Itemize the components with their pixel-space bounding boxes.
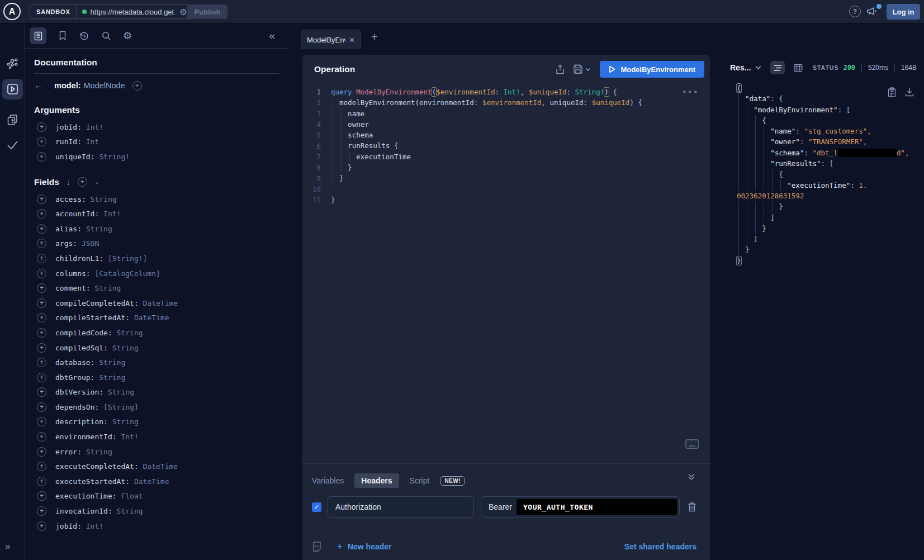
add-field-button[interactable]: +: [37, 343, 46, 353]
history-icon[interactable]: [79, 31, 89, 41]
add-argument-button[interactable]: +: [37, 152, 46, 162]
response-dropdown-label[interactable]: Res...: [730, 63, 751, 72]
run-operation-button[interactable]: ModelByEnvironment: [600, 61, 704, 78]
keyboard-shortcuts-icon[interactable]: [685, 439, 699, 449]
response-dropdown-chevron-icon[interactable]: [755, 65, 761, 70]
table-view-icon[interactable]: [794, 64, 803, 72]
sidebar-item-checks[interactable]: [6, 139, 19, 151]
new-tab-button[interactable]: +: [371, 31, 378, 44]
chevron-down-icon[interactable]: ⌄: [94, 178, 99, 186]
add-field-button[interactable]: +: [37, 417, 46, 426]
field-signature[interactable]: accountId: Int!: [55, 210, 121, 218]
add-field-button[interactable]: +: [37, 432, 46, 442]
add-field-button[interactable]: +: [37, 298, 46, 308]
add-all-fields-button[interactable]: +: [78, 177, 87, 187]
delete-header-icon[interactable]: [688, 502, 696, 512]
add-field-button[interactable]: +: [37, 402, 46, 412]
add-field-button[interactable]: +: [37, 269, 46, 278]
response-json[interactable]: { "data": { "modelByEnvironment": [ { "n…: [720, 83, 924, 266]
help-icon[interactable]: ?: [849, 6, 861, 17]
add-argument-button[interactable]: +: [37, 137, 46, 146]
add-field-button[interactable]: +: [37, 328, 46, 338]
argument-signature[interactable]: runId: Int: [55, 137, 99, 146]
sidebar-item-schema[interactable]: [6, 57, 19, 70]
doc-settings-gear-icon[interactable]: ⚙: [123, 31, 132, 41]
add-field-button[interactable]: +: [37, 387, 46, 397]
add-field-button[interactable]: +: [37, 358, 46, 367]
field-signature[interactable]: compileStartedAt: DateTime: [55, 314, 169, 322]
field-signature[interactable]: database: String: [55, 358, 125, 367]
field-signature[interactable]: executeCompletedAt: DateTime: [55, 462, 178, 471]
argument-signature[interactable]: jobId: Int!: [55, 123, 103, 131]
collapse-bottom-panel-icon[interactable]: [688, 473, 695, 481]
field-signature[interactable]: alias: String: [55, 225, 112, 233]
expand-rail-icon[interactable]: »: [5, 541, 10, 552]
tab-script[interactable]: Script: [410, 476, 430, 485]
field-signature[interactable]: environmentId: Int!: [55, 433, 139, 441]
connection-settings-gear-icon[interactable]: ⚙: [180, 8, 187, 16]
add-field-button[interactable]: +: [37, 209, 46, 219]
add-field-button[interactable]: +: [37, 194, 46, 204]
field-signature[interactable]: compileCompletedAt: DateTime: [55, 299, 178, 307]
field-signature[interactable]: jobId: Int!: [55, 522, 103, 530]
set-shared-headers-link[interactable]: Set shared headers: [624, 542, 696, 551]
field-signature[interactable]: columns: [CatalogColumn]: [55, 269, 160, 278]
field-signature[interactable]: dbtGroup: String: [55, 373, 125, 382]
announcements-icon[interactable]: [866, 5, 882, 18]
header-value-input[interactable]: Bearer YOUR_AUTH_TOKEN: [481, 496, 680, 518]
sidebar-item-changelog[interactable]: [6, 113, 19, 126]
add-field-button[interactable]: +: [37, 462, 46, 471]
tab-documentation[interactable]: [30, 27, 46, 44]
field-signature[interactable]: error: String: [55, 448, 112, 456]
breadcrumb-type[interactable]: ModelNode: [84, 81, 125, 90]
header-name-input[interactable]: Authorization: [328, 496, 474, 518]
endpoint-url-group[interactable]: https://metadata.cloud.get ⚙: [77, 5, 192, 18]
add-field-button[interactable]: +: [37, 477, 46, 486]
add-type-button[interactable]: +: [132, 81, 142, 91]
argument-signature[interactable]: uniqueId: String!: [55, 153, 130, 161]
field-signature[interactable]: dbtVersion: String: [55, 388, 134, 396]
tab-headers[interactable]: Headers: [354, 473, 399, 488]
sort-fields-icon[interactable]: ↓: [67, 178, 70, 187]
field-signature[interactable]: invocationId: String: [55, 507, 143, 515]
add-field-button[interactable]: +: [37, 521, 46, 531]
tab-variables[interactable]: Variables: [312, 476, 344, 485]
field-signature[interactable]: childrenL1: [String!]: [55, 254, 147, 263]
preflight-script-icon[interactable]: [312, 541, 322, 552]
share-operation-button[interactable]: [555, 64, 565, 75]
formatted-view-toggle[interactable]: [770, 61, 785, 74]
search-icon[interactable]: [101, 31, 111, 41]
tab-modelbyenvironment[interactable]: ModelByEnvi... ✕: [301, 30, 361, 49]
add-field-button[interactable]: +: [37, 447, 46, 457]
graphql-editor[interactable]: ••• 1query ModelByEnvironment($environme…: [302, 87, 710, 205]
login-button[interactable]: Log in: [887, 4, 920, 20]
add-field-button[interactable]: +: [37, 313, 46, 322]
field-signature[interactable]: args: JSON: [55, 239, 99, 248]
new-header-button[interactable]: + New header: [337, 541, 392, 552]
header-enabled-checkbox[interactable]: ✓: [312, 502, 321, 512]
field-signature[interactable]: dependsOn: [String]: [55, 403, 139, 411]
add-argument-button[interactable]: +: [37, 122, 46, 132]
add-field-button[interactable]: +: [37, 373, 46, 382]
sidebar-item-explorer[interactable]: [2, 79, 23, 99]
add-field-button[interactable]: +: [37, 506, 46, 516]
save-operation-button[interactable]: [573, 64, 591, 74]
field-signature[interactable]: executeStartedAt: DateTime: [55, 477, 169, 486]
back-arrow-icon[interactable]: ←: [34, 80, 54, 91]
add-field-button[interactable]: +: [37, 283, 46, 293]
close-tab-icon[interactable]: ✕: [349, 36, 355, 44]
add-field-button[interactable]: +: [37, 491, 46, 501]
field-signature[interactable]: compiledCode: String: [55, 329, 143, 337]
add-field-button[interactable]: +: [37, 254, 46, 263]
add-field-button[interactable]: +: [37, 239, 46, 248]
field-signature[interactable]: executionTime: Float: [55, 492, 143, 500]
add-field-button[interactable]: +: [37, 224, 46, 234]
field-signature[interactable]: compiledSql: String: [55, 344, 139, 352]
endpoint-url[interactable]: https://metadata.cloud.get: [91, 8, 176, 16]
field-signature[interactable]: description: String: [55, 417, 139, 426]
field-signature[interactable]: access: String: [55, 195, 117, 203]
field-signature[interactable]: comment: String: [55, 284, 121, 292]
publish-button[interactable]: Publish: [187, 4, 228, 19]
bookmark-icon[interactable]: [58, 31, 67, 41]
collapse-panel-icon[interactable]: «: [269, 30, 274, 42]
